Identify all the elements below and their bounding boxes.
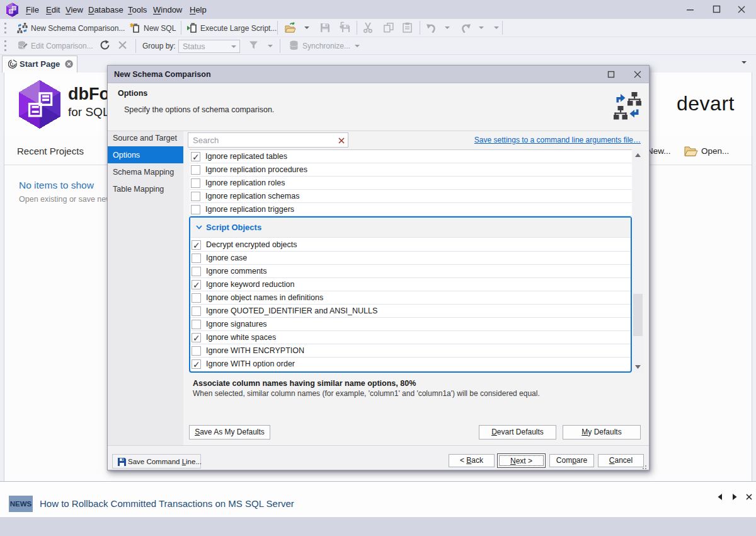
svg-text:1: 1: [11, 62, 14, 67]
